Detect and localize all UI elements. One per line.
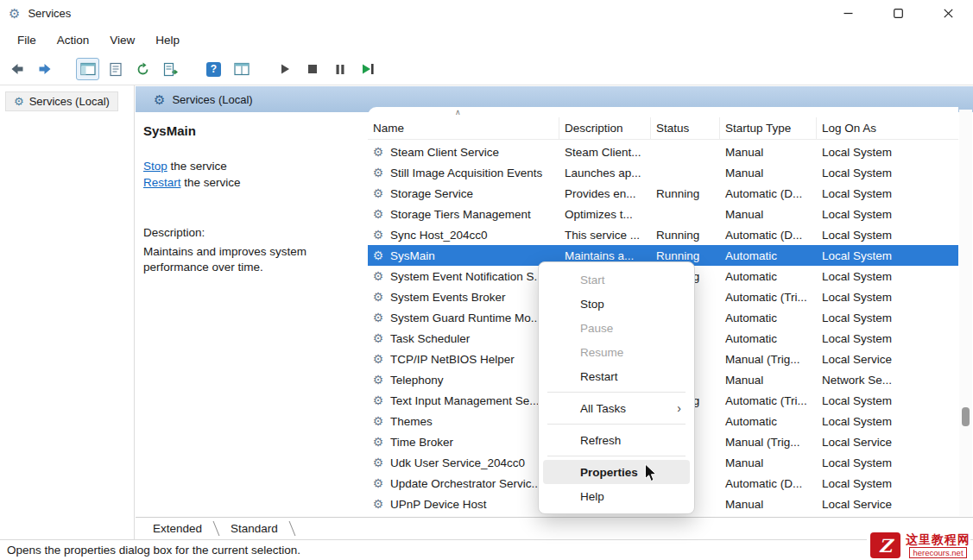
table-row[interactable]: ⚙Storage Tiers ManagementOptimizes t...M… (368, 204, 958, 224)
context-menu-item-properties[interactable]: Properties (543, 460, 690, 484)
minimize-icon (843, 9, 853, 18)
context-menu-item-refresh[interactable]: Refresh (543, 428, 690, 452)
service-startup-type-cell: Manual (720, 498, 817, 511)
service-name-text: Steam Client Service (390, 146, 499, 159)
properties-button[interactable] (104, 58, 127, 80)
statusbar: Opens the properties dialog box for the … (0, 539, 973, 560)
context-menu-item-start: Start (543, 267, 690, 292)
menu-help[interactable]: Help (145, 30, 190, 50)
restart-service-button[interactable] (356, 58, 379, 80)
service-name-text: Task Scheduler (390, 332, 470, 345)
app-gear-icon: ⚙ (9, 7, 20, 20)
service-name-cell: ⚙System Guard Runtime Mo... (368, 307, 559, 328)
service-startup-type-cell: Manual (720, 146, 817, 159)
context-menu-item-pause: Pause (543, 316, 690, 340)
view-tabs: Extended Standard (136, 517, 973, 539)
context-menu-item-label: Resume (580, 346, 623, 359)
service-name-text: TCP/IP NetBIOS Helper (390, 353, 515, 366)
tab-divider (288, 521, 295, 536)
start-service-icon (279, 63, 291, 75)
table-row[interactable]: ⚙Sync Host_204cc0This service ...Running… (368, 224, 958, 245)
services-panel-icon: ⚙ (154, 93, 165, 106)
maximize-icon (894, 9, 903, 18)
table-row[interactable]: ⚙Steam Client ServiceSteam Client...Manu… (368, 142, 958, 162)
vertical-scrollbar[interactable] (959, 110, 972, 516)
service-gear-icon: ⚙ (371, 477, 385, 489)
back-button[interactable] (5, 58, 28, 80)
service-status-cell: Running (651, 187, 720, 200)
new-window-button[interactable] (230, 58, 253, 80)
service-name-cell: ⚙Text Input Management Se... (368, 390, 559, 411)
context-menu-item-label: Refresh (580, 434, 621, 447)
export-list-button[interactable] (159, 58, 182, 80)
service-name-text: Text Input Management Se... (390, 394, 540, 407)
service-name-cell: ⚙Still Image Acquisition Events (368, 162, 559, 183)
service-name-cell: ⚙Steam Client Service (368, 142, 559, 162)
scrollbar-thumb[interactable] (962, 407, 970, 426)
panel-header-title: Services (Local) (172, 93, 252, 106)
context-menu-item-stop[interactable]: Stop (543, 292, 690, 316)
context-menu-item-all-tasks[interactable]: All Tasks› (543, 396, 690, 420)
service-name-text: System Guard Runtime Mo... (390, 311, 540, 324)
menu-view[interactable]: View (99, 30, 145, 50)
service-name-text: Themes (390, 415, 433, 428)
service-logon-cell: Local System (817, 415, 958, 428)
selected-service-name: SysMain (143, 123, 367, 138)
stop-service-button[interactable] (300, 58, 324, 80)
refresh-icon (136, 62, 150, 77)
services-tree-icon: ⚙ (14, 96, 24, 107)
restart-service-link[interactable]: Restart (143, 176, 181, 189)
service-gear-icon: ⚙ (371, 187, 385, 199)
service-logon-cell: Local System (817, 456, 958, 469)
context-menu-item-label: Restart (580, 370, 618, 383)
submenu-arrow-icon: › (677, 401, 681, 415)
context-menu-item-restart[interactable]: Restart (543, 364, 690, 388)
table-row[interactable]: ⚙Still Image Acquisition EventsLaunches … (368, 162, 958, 183)
column-header-name[interactable]: Name (368, 117, 559, 139)
console-tree-panel: ⚙ Services (Local) (0, 85, 135, 539)
service-description-cell: Launches ap... (559, 167, 651, 179)
help-button[interactable]: ? (202, 58, 225, 80)
service-gear-icon: ⚙ (371, 332, 385, 344)
column-header-description[interactable]: Description (559, 117, 651, 139)
toolbar: ? (0, 53, 973, 85)
watermark-url: herecours.net (909, 547, 966, 558)
show-console-tree-button[interactable] (76, 58, 99, 80)
close-button[interactable] (923, 0, 973, 26)
service-name-cell: ⚙Task Scheduler (368, 328, 559, 349)
statusbar-text: Opens the properties dialog box for the … (7, 544, 300, 557)
menubar: File Action View Help (0, 26, 973, 53)
context-menu-item-help[interactable]: Help (543, 484, 690, 508)
column-header-log-on-as[interactable]: Log On As (817, 117, 958, 139)
service-description-cell: Maintains a... (559, 249, 651, 262)
tab-standard[interactable]: Standard (222, 520, 287, 537)
forward-button[interactable] (33, 58, 56, 80)
menu-action[interactable]: Action (47, 30, 100, 50)
service-status-cell: Running (651, 249, 720, 262)
stop-service-link[interactable]: Stop (143, 160, 167, 173)
service-name-text: Storage Tiers Management (390, 208, 531, 221)
start-service-button[interactable] (273, 58, 296, 80)
menu-file[interactable]: File (7, 30, 47, 50)
pause-service-button[interactable] (328, 58, 351, 80)
watermark-title: 这里教程网 (906, 532, 970, 546)
table-row[interactable]: ⚙Storage ServiceProvides en...RunningAut… (368, 183, 958, 204)
column-header-status[interactable]: Status (651, 117, 720, 139)
service-description-cell: Optimizes t... (559, 208, 651, 221)
tab-extended[interactable]: Extended (144, 520, 211, 537)
service-logon-cell: Local System (817, 167, 958, 179)
help-icon: ? (206, 62, 221, 77)
tree-item-services-local[interactable]: ⚙ Services (Local) (5, 91, 118, 111)
refresh-button[interactable] (131, 58, 155, 80)
minimize-button[interactable] (823, 0, 873, 26)
service-startup-type-cell: Automatic (Tri... (720, 394, 817, 407)
service-name-cell: ⚙System Event Notification S... (368, 266, 559, 286)
service-logon-cell: Local Service (817, 436, 958, 449)
maximize-button[interactable] (873, 0, 923, 26)
service-name-text: Sync Host_204cc0 (390, 229, 488, 242)
service-gear-icon: ⚙ (371, 208, 385, 220)
service-startup-type-cell: Manual (Trig... (720, 436, 817, 449)
service-name-text: Time Broker (390, 436, 453, 449)
column-header-startup-type[interactable]: Startup Type (720, 117, 817, 139)
service-gear-icon: ⚙ (371, 498, 385, 510)
